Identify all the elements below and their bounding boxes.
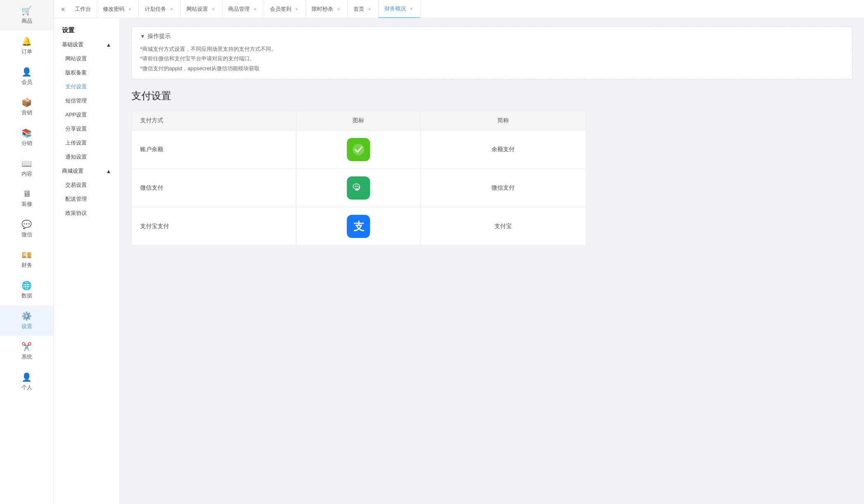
svg-point-0 — [353, 144, 364, 155]
goods-icon: 🛒 — [21, 6, 32, 16]
tab-close-change-password[interactable]: × — [127, 6, 133, 12]
tips-box: ▼ 操作提示 *商城支付方式设置，不同应用场景支持的支付方式不同。 *请前往微信… — [131, 26, 852, 79]
tips-header-label: 操作提示 — [148, 33, 171, 40]
tab-change-password[interactable]: 修改密码 × — [97, 0, 139, 18]
tab-close-flash[interactable]: × — [336, 6, 341, 12]
sidebar-item-content[interactable]: 📖 内容 — [0, 153, 53, 183]
sidebar-label-distribution: 分销 — [21, 140, 32, 147]
svg-point-2 — [355, 186, 356, 187]
main-sidebar: 🛒 商品 🔔 订单 👤 会员 📦 营销 📚 分销 📖 内容 🖥 装修 💬 微信 … — [0, 0, 54, 504]
sidebar-item-orders[interactable]: 🔔 订单 — [0, 31, 53, 61]
second-sidebar-group-basic[interactable]: 基础设置 ▲ — [54, 38, 119, 52]
table-cell-short-wechat: 微信支付 — [420, 169, 586, 207]
second-sidebar-item-delivery[interactable]: 配送管理 — [54, 192, 119, 206]
tab-home[interactable]: 首页 × — [348, 0, 379, 18]
tab-member-checkin[interactable]: 会员签到 × — [264, 0, 306, 18]
tab-change-password-label: 修改密码 — [103, 5, 124, 13]
settings-icon: ⚙️ — [21, 311, 32, 321]
sidebar-item-finance[interactable]: 💴 财务 — [0, 244, 53, 275]
alipay-payment-icon: 支 — [347, 215, 370, 238]
tab-workbench[interactable]: 工作台 — [69, 0, 97, 18]
sidebar-item-personal[interactable]: 👤 个人 — [0, 366, 53, 397]
second-sidebar-item-payment[interactable]: 支付设置 — [54, 80, 119, 94]
sidebar-label-settings: 设置 — [21, 323, 32, 330]
tab-close-product[interactable]: × — [252, 6, 258, 12]
table-cell-method-wechat: 微信支付 — [132, 169, 296, 207]
sidebar-label-orders: 订单 — [21, 48, 32, 55]
table-cell-method-balance: 账户余额 — [132, 131, 296, 169]
tab-close-home[interactable]: × — [367, 6, 372, 12]
tips-header[interactable]: ▼ 操作提示 — [140, 33, 844, 40]
second-sidebar-item-app[interactable]: APP设置 — [54, 108, 119, 122]
tab-close-member[interactable]: × — [294, 6, 300, 12]
tab-workbench-label: 工作台 — [75, 5, 91, 13]
tab-product-label: 商品管理 — [228, 5, 250, 13]
sidebar-item-decor[interactable]: 🖥 装修 — [0, 183, 53, 214]
tab-scheduled-tasks[interactable]: 计划任务 × — [139, 0, 181, 18]
table-cell-icon-alipay: 支 — [296, 207, 420, 245]
sidebar-label-decor: 装修 — [21, 200, 32, 208]
tips-content: *商城支付方式设置，不同应用场景支持的支付方式不同。 *请前往微信和支付宝平台申… — [140, 44, 844, 73]
finance-icon: 💴 — [21, 250, 32, 260]
system-icon: ✂️ — [21, 342, 32, 352]
second-sidebar-item-policy[interactable]: 政策协议 — [54, 206, 119, 220]
second-sidebar-item-website[interactable]: 网站设置 — [54, 52, 119, 66]
wechat-payment-icon — [347, 176, 370, 200]
second-sidebar-item-upload[interactable]: 上传设置 — [54, 136, 119, 150]
payment-table: 支付方式 图标 简称 账户余额 余额支付 — [131, 111, 586, 246]
content-icon: 📖 — [21, 159, 32, 169]
sidebar-label-personal: 个人 — [21, 384, 32, 391]
sidebar-label-content: 内容 — [21, 170, 32, 178]
second-sidebar-item-share[interactable]: 分享设置 — [54, 122, 119, 136]
sidebar-item-goods[interactable]: 🛒 商品 — [0, 0, 53, 31]
sidebar-item-distribution[interactable]: 📚 分销 — [0, 122, 53, 153]
sidebar-item-data[interactable]: 🌐 数据 — [0, 275, 53, 305]
page-content: ▼ 操作提示 *商城支付方式设置，不同应用场景支持的支付方式不同。 *请前往微信… — [120, 18, 864, 504]
second-sidebar: 设置 基础设置 ▲ 网站设置 版权备案 支付设置 短信管理 APP设置 分享设置 — [54, 18, 120, 504]
second-sidebar-group-mall[interactable]: 商城设置 ▲ — [54, 164, 119, 178]
table-cell-short-balance: 余额支付 — [420, 131, 586, 169]
sidebar-item-wechat[interactable]: 💬 微信 — [0, 214, 53, 244]
tab-product-management[interactable]: 商品管理 × — [222, 0, 264, 18]
tab-site-label: 网站设置 — [186, 5, 208, 13]
sidebar-label-system: 系统 — [21, 353, 32, 361]
tab-site-settings[interactable]: 网站设置 × — [181, 0, 222, 18]
sidebar-item-members[interactable]: 👤 会员 — [0, 61, 53, 92]
table-header-short: 简称 — [420, 111, 586, 130]
tips-chevron-icon: ▼ — [140, 33, 145, 39]
table-cell-icon-wechat — [296, 169, 420, 207]
tab-close-finance[interactable]: × — [408, 6, 414, 12]
second-sidebar-item-trade[interactable]: 交易设置 — [54, 178, 119, 192]
sidebar-item-system[interactable]: ✂️ 系统 — [0, 336, 53, 366]
personal-icon: 👤 — [21, 372, 32, 382]
tab-flash-sale[interactable]: 限时秒杀 × — [306, 0, 348, 18]
distribution-icon: 📚 — [21, 128, 32, 138]
second-sidebar-item-sms[interactable]: 短信管理 — [54, 94, 119, 108]
sidebar-label-finance: 财务 — [21, 262, 32, 269]
tab-finance-overview[interactable]: 财务概况 × — [379, 0, 420, 18]
balance-payment-icon — [347, 138, 370, 161]
tab-close-site[interactable]: × — [210, 6, 216, 12]
content-wrapper: 设置 基础设置 ▲ 网站设置 版权备案 支付设置 短信管理 APP设置 分享设置 — [54, 18, 864, 504]
svg-text:支: 支 — [353, 220, 365, 233]
svg-point-4 — [358, 188, 358, 189]
second-sidebar-item-copyright[interactable]: 版权备案 — [54, 66, 119, 80]
tab-scheduled-label: 计划任务 — [145, 5, 166, 13]
main-area: « 工作台 修改密码 × 计划任务 × 网站设置 × 商品管理 × 会员签到 ×… — [54, 0, 864, 504]
second-sidebar-item-notify[interactable]: 通知设置 — [54, 150, 119, 164]
table-cell-icon-balance — [296, 131, 420, 169]
data-icon: 🌐 — [21, 281, 32, 290]
tab-close-scheduled[interactable]: × — [169, 6, 174, 12]
tab-bar: « 工作台 修改密码 × 计划任务 × 网站设置 × 商品管理 × 会员签到 ×… — [54, 0, 864, 18]
table-row: 支付宝支付 支 支付宝 — [132, 207, 586, 245]
table-header-icon: 图标 — [296, 111, 420, 130]
tips-line-2: *请前往微信和支付宝平台申请对应的支付端口。 — [140, 54, 844, 63]
sidebar-item-marketing[interactable]: 📦 营销 — [0, 92, 53, 122]
table-cell-short-alipay: 支付宝 — [420, 207, 586, 245]
table-cell-method-alipay: 支付宝支付 — [132, 207, 296, 245]
tab-home-label: 首页 — [353, 5, 364, 13]
collapse-button[interactable]: « — [57, 5, 69, 13]
sidebar-item-settings[interactable]: ⚙️ 设置 — [0, 305, 53, 336]
tab-flash-label: 限时秒杀 — [312, 5, 333, 13]
tab-finance-label: 财务概况 — [384, 5, 406, 12]
